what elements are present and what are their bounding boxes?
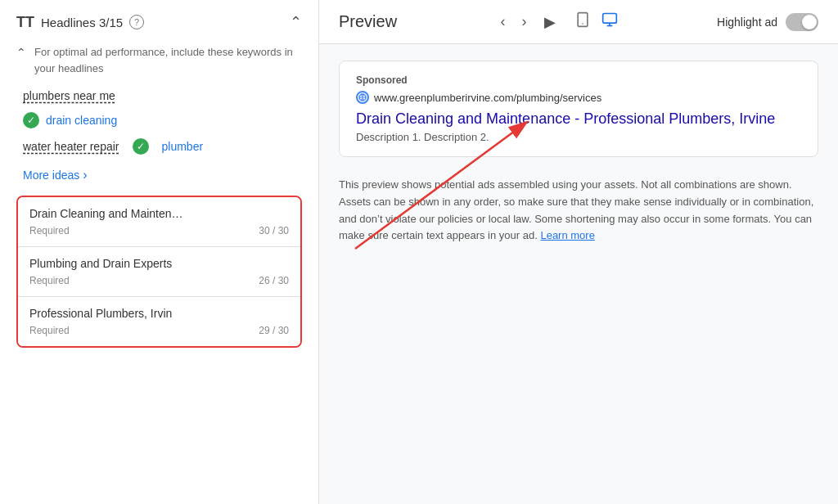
sponsored-label: Sponsored [356,74,801,86]
desktop-icon[interactable] [601,11,619,32]
headline-card-0[interactable]: Drain Cleaning and Mainten… Required 30 … [18,197,300,247]
right-panel: Preview ‹ › ▶ [319,0,838,504]
ad-url: www.greenplumberirvine.com/plumbing/serv… [374,92,601,104]
preview-title: Preview [339,12,397,31]
keyword-text-1[interactable]: drain cleaning [46,114,117,127]
toggle-knob [802,15,817,29]
ad-card: Sponsored www.greenplumberirvine.com/plu… [339,61,818,157]
keyword-text-0: plumbers near me [23,89,115,102]
highlight-label: Highlight ad [717,16,777,29]
headline-input-2[interactable]: Professional Plumbers, Irvin [29,307,289,320]
highlight-section: Highlight ad [717,13,818,31]
headline-required-2: Required [29,325,70,336]
preview-container: Sponsored www.greenplumberirvine.com/plu… [339,61,818,157]
globe-icon [356,91,369,104]
device-icons [574,11,619,32]
collapse-icon[interactable]: ⌃ [290,13,302,31]
expand-keywords-icon[interactable]: ⌃ [16,46,26,59]
headline-required-1: Required [29,275,70,286]
highlight-toggle[interactable] [786,13,818,31]
check-icon-1: ✓ [23,112,39,128]
ad-description: Description 1. Description 2. [356,131,801,143]
keyword-item-1: ✓ drain cleaning [23,112,302,128]
next-button[interactable]: › [517,10,532,34]
keyword-item-23: water heater repair ✓ plumber [23,138,302,155]
check-icon-3: ✓ [133,138,149,155]
svg-rect-2 [602,14,616,24]
preview-body: Sponsored www.greenplumberirvine.com/plu… [319,44,838,261]
keywords-section: ⌃ For optimal ad performance, include th… [16,44,302,76]
ad-headline[interactable]: Drain Cleaning and Maintenance - Profess… [356,110,801,128]
headline-meta-2: Required 29 / 30 [29,325,289,336]
keyword-list: plumbers near me ✓ drain cleaning water … [16,89,302,155]
headline-count-1: 26 / 30 [259,275,289,286]
preview-header: Preview ‹ › ▶ [319,0,838,44]
keywords-hint: For optimal ad performance, include thes… [34,44,302,76]
panel-title: Headlines 3/15 [41,16,123,29]
info-text: This preview shows potential ads assembl… [339,177,818,245]
help-icon[interactable]: ? [129,15,144,29]
play-button[interactable]: ▶ [538,11,561,34]
headline-input-0[interactable]: Drain Cleaning and Mainten… [29,207,289,220]
headline-meta-0: Required 30 / 30 [29,225,289,236]
preview-nav: ‹ › ▶ [496,10,619,34]
keyword-text-3: plumber [162,140,204,153]
headline-required-0: Required [29,225,70,236]
headline-count-0: 30 / 30 [259,225,289,236]
headline-input-1[interactable]: Plumbing and Drain Experts [29,257,289,270]
keyword-item-0: plumbers near me [23,89,302,102]
keyword-text-2: water heater repair [23,140,119,153]
more-ideas-label: More ideas [23,169,79,182]
ad-url-row: www.greenplumberirvine.com/plumbing/serv… [356,91,801,104]
headline-cards: Drain Cleaning and Mainten… Required 30 … [16,196,302,348]
left-panel: TT Headlines 3/15 ? ⌃ ⌃ For optimal ad p… [0,0,319,504]
headline-card-2[interactable]: Professional Plumbers, Irvin Required 29… [18,297,300,346]
more-ideas-button[interactable]: More ideas › [16,168,302,182]
more-ideas-chevron-icon: › [83,168,87,182]
panel-header-left: TT Headlines 3/15 ? [16,14,144,31]
learn-more-link[interactable]: Learn more [540,229,594,241]
panel-header: TT Headlines 3/15 ? ⌃ [16,13,302,31]
prev-button[interactable]: ‹ [496,10,511,34]
mobile-icon[interactable] [574,11,591,32]
headline-card-1[interactable]: Plumbing and Drain Experts Required 26 /… [18,247,300,297]
tt-icon: TT [16,14,34,31]
headline-meta-1: Required 26 / 30 [29,275,289,286]
svg-point-1 [582,23,583,25]
headline-count-2: 29 / 30 [259,325,289,336]
